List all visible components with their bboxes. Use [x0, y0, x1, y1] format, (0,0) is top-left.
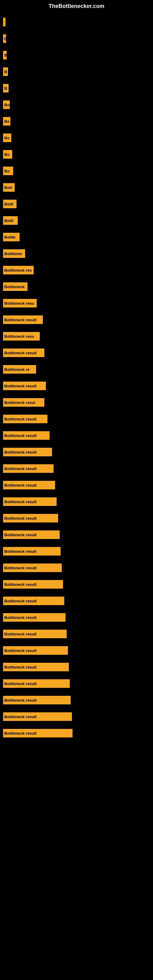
bar-item-23: Bottleneck resul: [3, 398, 45, 407]
bar-item-33: Bottleneck result: [3, 563, 62, 572]
bar-row: B: [3, 80, 153, 96]
bar-row: Bottleneck result: [3, 543, 153, 559]
bar-item-9: Bo: [3, 167, 13, 175]
bar-label-30: Bottleneck result: [4, 516, 37, 520]
bar-row: Bottleneck result: [3, 560, 153, 576]
bar-row: Bottleneck result: [3, 709, 153, 725]
bar-item-30: Bottleneck result: [3, 514, 58, 522]
bar-item-3: B: [3, 67, 8, 76]
bar-row: Bottleneck result: [3, 428, 153, 444]
bar-row: Bo: [3, 113, 153, 129]
bar-item-16: Bottleneck: [3, 282, 27, 291]
bar-label-34: Bottleneck result: [4, 582, 37, 587]
bar-row: Bottleneck result: [3, 477, 153, 493]
bar-row: Bottleneck result: [3, 378, 153, 394]
bar-item-5: Bo: [3, 100, 10, 109]
bar-label-6: Bo: [4, 119, 10, 124]
bar-item-24: Bottleneck result: [3, 415, 48, 423]
bar-item-26: Bottleneck result: [3, 448, 52, 456]
bar-label-39: Bottleneck result: [4, 665, 37, 670]
bar-row: Bottlenec: [3, 246, 153, 261]
bar-row: Bottleneck result: [3, 609, 153, 625]
bar-item-31: Bottleneck result: [3, 530, 60, 539]
bar-row: Bottleneck re: [3, 361, 153, 377]
bar-row: Bottleneck res: [3, 262, 153, 278]
bar-label-10: Bott: [4, 185, 12, 190]
bar-row: Bottleneck result: [3, 461, 153, 477]
bar-label-15: Bottleneck res: [4, 268, 32, 272]
bar-item-35: Bottleneck result: [3, 597, 64, 605]
bar-label-35: Bottleneck result: [4, 599, 37, 603]
bar-row: Bottleneck result: [3, 510, 153, 526]
bar-row: Bottleneck result: [3, 312, 153, 328]
bar-label-26: Bottleneck result: [4, 450, 37, 455]
bar-row: B: [3, 64, 153, 80]
bar-row: Bottleneck result: [3, 576, 153, 592]
bar-row: B: [3, 47, 153, 63]
bar-label-29: Bottleneck result: [4, 500, 37, 504]
bar-row: Bo: [3, 97, 153, 113]
bar-row: Bo: [3, 146, 153, 162]
bar-item-6: Bo: [3, 117, 10, 126]
bar-label-8: Bo: [4, 152, 10, 157]
bar-label-22: Bottleneck result: [4, 384, 37, 388]
bar-row: Bottleneck resu: [3, 295, 153, 311]
bar-item-0: [3, 18, 5, 26]
bar-item-34: Bottleneck result: [3, 580, 63, 589]
bar-label-1: B: [4, 37, 6, 41]
bar-label-40: Bottleneck result: [4, 681, 37, 686]
bar-label-4: B: [4, 86, 7, 91]
bar-label-32: Bottleneck result: [4, 549, 37, 554]
bar-row: Bott: [3, 180, 153, 196]
bar-item-43: Bottleneck result: [3, 729, 73, 737]
bar-item-25: Bottleneck result: [3, 431, 49, 440]
bar-label-7: Bo: [4, 136, 10, 140]
bar-label-9: Bo: [4, 169, 10, 173]
bar-row: Bottleneck result: [3, 345, 153, 361]
bar-row: Bottleneck result: [3, 411, 153, 427]
bar-item-27: Bottleneck result: [3, 464, 54, 473]
bar-label-21: Bottleneck re: [4, 367, 29, 372]
bar-label-38: Bottleneck result: [4, 648, 37, 653]
bar-label-11: Bottl: [4, 202, 13, 207]
bar-label-33: Bottleneck result: [4, 566, 37, 570]
bar-item-22: Bottleneck result: [3, 382, 46, 390]
bar-label-24: Bottleneck result: [4, 417, 37, 422]
bar-row: Bottleneck result: [3, 626, 153, 642]
bar-row: [3, 14, 153, 30]
bar-item-4: B: [3, 84, 9, 92]
bar-row: Bottleneck result: [3, 676, 153, 692]
bar-item-8: Bo: [3, 150, 12, 159]
bar-label-2: B: [4, 53, 7, 57]
bar-label-17: Bottleneck resu: [4, 301, 34, 305]
bar-row: Bottleneck: [3, 279, 153, 294]
bar-row: Bottleneck result: [3, 444, 153, 460]
bar-row: Bottl: [3, 196, 153, 212]
bar-item-36: Bottleneck result: [3, 613, 65, 622]
bar-row: Bo: [3, 163, 153, 179]
bar-item-39: Bottleneck result: [3, 663, 69, 671]
bar-item-40: Bottleneck result: [3, 679, 70, 688]
bar-row: Bottleneck result: [3, 692, 153, 708]
bar-row: Bottleneck result: [3, 643, 153, 659]
bar-item-42: Bottleneck result: [3, 712, 72, 721]
bars-container: BBBBBoBoBoBoBoBottBottlBottlBottleBottle…: [0, 14, 153, 748]
bar-row: Bottleneck result: [3, 527, 153, 542]
bar-item-1: B: [3, 34, 6, 43]
bar-item-11: Bottl: [3, 200, 16, 208]
bar-label-31: Bottleneck result: [4, 533, 37, 537]
bar-label-13: Bottle: [4, 235, 16, 240]
bar-label-42: Bottleneck result: [4, 714, 37, 719]
bar-item-15: Bottleneck res: [3, 266, 33, 274]
bar-item-7: Bo: [3, 134, 11, 142]
bar-label-37: Bottleneck result: [4, 632, 37, 636]
bar-item-41: Bottleneck result: [3, 696, 71, 705]
bar-item-17: Bottleneck resu: [3, 299, 37, 307]
bar-row: Bottleneck result: [3, 593, 153, 609]
bar-label-14: Bottlenec: [4, 251, 22, 256]
bar-label-25: Bottleneck result: [4, 433, 37, 438]
bar-item-12: Bottl: [3, 216, 18, 225]
bar-row: B: [3, 30, 153, 46]
bar-row: Bottleneck resul: [3, 395, 153, 410]
bar-row: Bottleneck result: [3, 725, 153, 741]
